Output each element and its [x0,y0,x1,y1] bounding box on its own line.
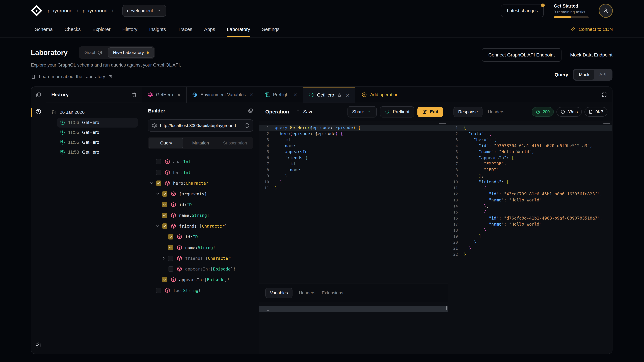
gear-icon[interactable] [35,342,42,349]
connect-graphql-api-endpoint-button[interactable]: Connect GraphQL API Endpoint [482,48,562,62]
share-button[interactable]: Share [348,106,377,117]
field-checkbox[interactable] [168,234,174,240]
chevron-down-icon[interactable] [156,192,162,196]
operations-collection-icon[interactable] [36,87,42,103]
tab-headers[interactable]: Headers [299,290,315,296]
save-label: Save [303,109,314,114]
field-row-name[interactable]: name: String! [148,210,253,221]
field-checkbox[interactable] [156,170,161,175]
nav-tab-apps[interactable]: Apps [204,21,215,37]
close-tab-icon[interactable]: × [177,92,181,98]
connect-to-cdn-button[interactable]: Connect to CDN [570,21,613,37]
field-row-friends[interactable]: friends: [Character] [148,253,253,264]
edit-button[interactable]: Edit [418,107,443,117]
variables-editor[interactable]: 1 [259,302,448,354]
fullscreen-icon[interactable] [596,87,612,103]
field-row-aaa[interactable]: aaa: Int [148,156,253,167]
field-row-name[interactable]: name: String! [148,242,253,253]
nav-tab-history[interactable]: History [122,21,137,37]
nav-tab-checks[interactable]: Checks [64,21,81,37]
breadcrumb-project[interactable]: playground [83,8,108,13]
latest-changes-button[interactable]: Latest changes [501,4,544,17]
horizontal-scrollbar-thumb[interactable] [439,123,446,124]
history-date-group[interactable]: 26 Jan 2026 [51,108,138,116]
field-checkbox[interactable] [156,159,161,164]
nav-tab-explorer[interactable]: Explorer [92,21,110,37]
chevron-down-icon[interactable] [156,224,162,228]
learn-more-link[interactable]: Learn more about the Laboratory [31,74,181,79]
tab-environment-variables[interactable]: Environment Variables× [187,87,259,103]
history-entry[interactable]: 11:56GetHero [57,118,138,128]
tab-gethero[interactable]: GetHero× [142,87,187,103]
field-type-token: ] [224,224,227,229]
field-row-bar[interactable]: bar: Int! [148,167,253,178]
field-name: friends: [179,224,199,229]
nav-tab-settings[interactable]: Settings [262,21,280,37]
field-checkbox[interactable] [162,202,167,207]
nav-tab-schema[interactable]: Schema [35,21,53,37]
mock-data-endpoint-button[interactable]: Mock Data Endpoint [570,52,612,58]
field-checkbox[interactable] [156,180,161,186]
nav-tab-traces[interactable]: Traces [178,21,192,37]
field-row-arguments[interactable]: [arguments] [148,189,253,199]
save-button[interactable]: Save [296,109,314,114]
trash-icon[interactable] [132,92,137,97]
mode-option-graphiql[interactable]: GraphiQL [80,48,108,57]
operation-type-mutation[interactable]: Mutation [183,138,218,148]
tab-gethero[interactable]: GetHero× [303,87,355,103]
line-number: 13 [448,197,464,203]
breadcrumb-org[interactable]: playground [48,8,72,13]
preflight-button[interactable]: Preflight [380,106,414,117]
tab-extensions[interactable]: Extensions [322,290,343,296]
operation-code-editor[interactable]: 1query GetHero($episode: Episode) {2 her… [259,121,448,284]
get-started-widget[interactable]: Get Started 3 remaining tasks [554,3,589,18]
operation-type-subscription[interactable]: Subscription [218,138,252,148]
refresh-icon[interactable] [244,123,250,128]
status-code: 200 [543,109,550,114]
tab-preflight[interactable]: Preflight× [259,87,303,103]
field-row-appearsIn[interactable]: appearsIn: [Episode]! [148,274,253,285]
mode-option-hive-laboratory[interactable]: Hive Laboratory [108,47,154,58]
close-tab-icon[interactable]: × [250,92,254,98]
field-row-friends[interactable]: friends: [Character] [148,221,253,231]
operation-type-query[interactable]: Query [149,138,183,148]
field-row-foo[interactable]: foo: String! [148,285,253,296]
query-mode-mock[interactable]: Mock [574,70,594,80]
history-entry[interactable]: 11:56GetHero [57,137,138,147]
field-row-appearsIn[interactable]: appearsIn: [Episode]! [148,264,253,274]
nav-tab-laboratory[interactable]: Laboratory [227,21,250,37]
collapse-panel-icon[interactable] [248,108,253,114]
chevron-right-icon[interactable] [162,256,168,260]
field-checkbox[interactable] [168,266,174,272]
close-tab-icon[interactable]: × [293,92,298,98]
query-mode-api[interactable]: API [594,70,612,80]
add-operation-button[interactable]: Add operation [355,87,404,103]
field-row-hero[interactable]: hero: Character [148,178,253,189]
field-checkbox[interactable] [156,288,161,293]
field-checkbox[interactable] [168,256,174,261]
history-rail-icon[interactable] [36,109,42,115]
field-row-id[interactable]: id: ID! [148,231,253,242]
response-json-editor[interactable]: 1{2 "data": {3 "hero": {4 "id": "9303830… [448,121,612,354]
tab-response[interactable]: Response [454,107,482,117]
nav-tab-insights[interactable]: Insights [149,21,166,37]
environment-selector[interactable]: development [122,5,166,17]
tab-response-headers[interactable]: Headers [488,109,504,114]
chevron-down-icon[interactable] [150,181,156,185]
type-cube-icon [165,159,170,164]
history-entry[interactable]: 11:56GetHero [57,128,138,137]
history-entry[interactable]: 11:53GetHero [57,147,138,157]
field-checkbox[interactable] [162,277,167,282]
endpoint-url-input[interactable]: http://localhost:3000/api/lab/playground [148,119,253,132]
vertical-scrollbar-thumb[interactable] [446,306,447,310]
field-checkbox[interactable] [168,245,174,250]
field-checkbox[interactable] [162,213,167,218]
field-checkbox[interactable] [162,223,167,229]
tab-variables[interactable]: Variables [265,288,292,298]
user-avatar[interactable] [599,4,613,18]
field-row-id[interactable]: id: ID! [148,199,253,210]
horizontal-scrollbar-thumb[interactable] [604,123,610,124]
hive-logo-icon[interactable] [31,5,42,16]
close-tab-icon[interactable]: × [346,92,350,98]
field-checkbox[interactable] [162,191,167,197]
